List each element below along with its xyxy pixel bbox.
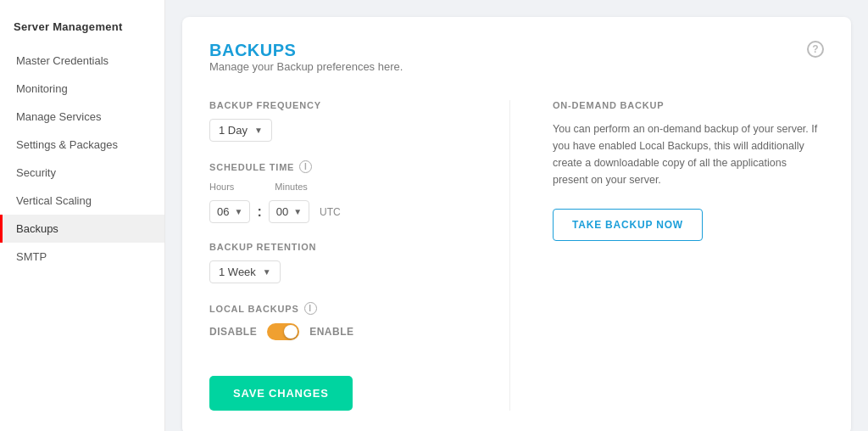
sidebar-title: Server Management xyxy=(0,14,164,47)
sidebar-item-vertical-scaling[interactable]: Vertical Scaling xyxy=(0,187,164,215)
left-section: BACKUP FREQUENCY 1 Day ▼ SCHEDULE TIME i… xyxy=(209,100,467,411)
backup-frequency-label: BACKUP FREQUENCY xyxy=(209,100,467,110)
chevron-down-icon: ▼ xyxy=(263,267,271,277)
info-icon[interactable]: i xyxy=(304,302,317,315)
sidebar-item-monitoring[interactable]: Monitoring xyxy=(0,75,164,103)
utc-label: UTC xyxy=(320,206,341,218)
schedule-time-group: SCHEDULE TIME i Hours Minutes 06 ▼ : xyxy=(209,160,467,223)
backup-frequency-group: BACKUP FREQUENCY 1 Day ▼ xyxy=(209,100,467,142)
backups-card: BACKUPS Manage your Backup preferences h… xyxy=(182,17,851,431)
sidebar-item-backups[interactable]: Backups xyxy=(0,215,164,243)
main-content: BACKUPS Manage your Backup preferences h… xyxy=(165,0,868,431)
enable-label: ENABLE xyxy=(309,326,353,338)
sidebar-item-security[interactable]: Security xyxy=(0,159,164,187)
info-icon[interactable]: i xyxy=(299,160,312,173)
minutes-label: Minutes xyxy=(275,182,308,192)
on-demand-title: ON-DEMAND BACKUP xyxy=(553,100,824,110)
schedule-time-label: SCHEDULE TIME i xyxy=(209,160,467,173)
schedule-inputs: 06 ▼ : 00 ▼ UTC xyxy=(209,200,467,223)
backup-retention-select[interactable]: 1 Week ▼ xyxy=(209,260,281,283)
local-backups-label: LOCAL BACKUPS i xyxy=(209,302,467,315)
minutes-select[interactable]: 00 ▼ xyxy=(269,200,309,223)
on-demand-description: You can perform an on-demand backup of y… xyxy=(553,120,824,188)
sidebar: Server Management Master Credentials Mon… xyxy=(0,0,165,431)
sidebar-item-manage-services[interactable]: Manage Services xyxy=(0,103,164,131)
save-changes-button[interactable]: SAVE CHANGES xyxy=(209,376,353,411)
local-backups-toggle[interactable] xyxy=(267,323,299,340)
chevron-down-icon: ▼ xyxy=(254,126,263,135)
toggle-knob xyxy=(284,325,298,339)
backup-retention-group: BACKUP RETENTION 1 Week ▼ xyxy=(209,242,467,283)
page-title: BACKUPS xyxy=(209,41,403,60)
local-backups-group: LOCAL BACKUPS i DISABLE ENABLE xyxy=(209,302,467,340)
backup-retention-label: BACKUP RETENTION xyxy=(209,242,467,252)
sidebar-item-smtp[interactable]: SMTP xyxy=(0,243,164,271)
page-subtitle: Manage your Backup preferences here. xyxy=(209,60,403,73)
hours-select[interactable]: 06 ▼ xyxy=(209,200,250,223)
toggle-row: DISABLE ENABLE xyxy=(209,323,467,340)
sidebar-item-master-credentials[interactable]: Master Credentials xyxy=(0,47,164,75)
hours-label: Hours xyxy=(209,182,234,192)
backup-frequency-select[interactable]: 1 Day ▼ xyxy=(209,119,272,142)
vertical-divider xyxy=(509,100,510,411)
colon-separator: : xyxy=(257,204,261,220)
disable-label: DISABLE xyxy=(209,326,257,338)
help-icon[interactable]: ? xyxy=(807,41,824,58)
sidebar-item-settings-packages[interactable]: Settings & Packages xyxy=(0,131,164,159)
right-section: ON-DEMAND BACKUP You can perform an on-d… xyxy=(553,100,824,411)
take-backup-button[interactable]: TAKE BACKUP NOW xyxy=(553,209,703,241)
chevron-down-icon: ▼ xyxy=(234,207,242,216)
chevron-down-icon: ▼ xyxy=(293,207,302,216)
